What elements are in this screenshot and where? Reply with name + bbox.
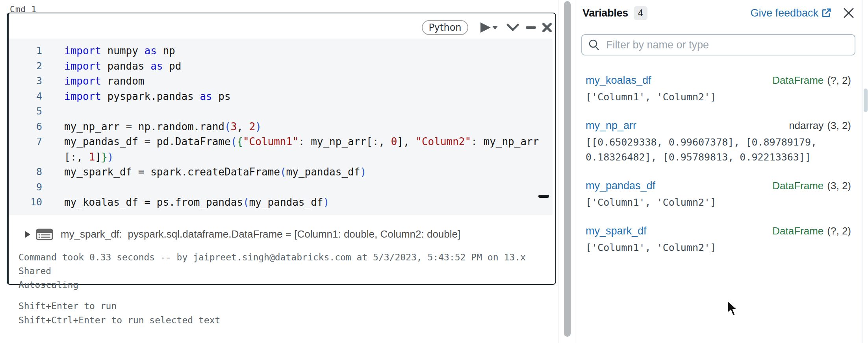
- variables-panel: Variables 4 Give feedback my_koala: [574, 0, 868, 343]
- line-number: 7: [9, 134, 42, 149]
- code-line[interactable]: 10my_koalas_df = ps.from_pandas(my_panda…: [9, 195, 553, 210]
- result-row: my_spark_df: pyspark.sql.dataframe.DataF…: [25, 228, 460, 240]
- panel-scrollbar-track[interactable]: [862, 0, 863, 343]
- line-number: 3: [9, 74, 42, 89]
- code-text: [42, 104, 64, 119]
- command-status: Command took 0.33 seconds -- by jaipreet…: [19, 251, 555, 292]
- code-text: my_pandas_df = pd.DataFrame({"Column1": …: [42, 134, 539, 149]
- line-number: 10: [9, 195, 42, 210]
- code-line[interactable]: 1import numpy as np: [9, 43, 553, 59]
- notebook-cell: Python 1import numpy as np2import pa: [7, 13, 556, 285]
- variable-type: ndarray: [789, 119, 823, 132]
- editor-scrollbar-thumb[interactable]: [538, 195, 549, 198]
- variable-name-link[interactable]: my_np_arr: [586, 119, 636, 132]
- collapse-cell-button[interactable]: [506, 24, 519, 31]
- line-number: 8: [9, 164, 42, 180]
- code-line[interactable]: 4import pyspark.pandas as ps: [9, 89, 553, 104]
- variables-panel-header: Variables 4 Give feedback: [582, 4, 855, 22]
- code-line[interactable]: 8my_spark_df = spark.createDataFrame(my_…: [9, 164, 553, 180]
- give-feedback-link[interactable]: Give feedback: [750, 7, 818, 19]
- result-text: my_spark_df: pyspark.sql.dataframe.DataF…: [61, 228, 460, 240]
- code-line[interactable]: 3import random: [9, 74, 553, 89]
- status-line: Command took 0.33 seconds -- by jaipreet…: [19, 251, 555, 278]
- line-number: 4: [9, 89, 42, 104]
- panel-title: Variables: [582, 7, 628, 19]
- code-text: [:, 1]}): [42, 149, 113, 165]
- status-line: Autoscaling: [19, 278, 555, 292]
- line-number: 2: [9, 59, 42, 74]
- code-line[interactable]: 6my_np_arr = np.random.rand(3, 2): [9, 119, 553, 135]
- variable-type: DataFrame: [772, 224, 823, 238]
- variable-type: DataFrame: [772, 74, 823, 87]
- run-cell-button[interactable]: [480, 22, 499, 33]
- variable-row: my_np_arrndarray(3, 2)[[0.65029338, 0.99…: [586, 119, 851, 165]
- variable-type: DataFrame: [772, 179, 823, 192]
- close-panel-button[interactable]: [843, 7, 855, 19]
- cell-toolbar: [480, 20, 552, 35]
- variable-row: my_pandas_dfDataFrame(3, 2)['Column1', '…: [586, 179, 851, 210]
- code-text: import random: [42, 74, 145, 89]
- line-number: 9: [9, 180, 42, 195]
- panel-scrollbar-thumb[interactable]: [864, 89, 868, 112]
- code-text: my_spark_df = spark.createDataFrame(my_p…: [42, 164, 366, 180]
- variable-value: [[0.65029338, 0.99607378], [0.89789179, …: [586, 135, 851, 165]
- variable-name-link[interactable]: my_spark_df: [586, 224, 647, 238]
- keyboard-hints: Shift+Enter to run Shift+Ctrl+Enter to r…: [19, 299, 220, 327]
- line-number: 6: [9, 119, 42, 135]
- variable-name-link[interactable]: my_koalas_df: [586, 74, 651, 87]
- variable-row: my_koalas_dfDataFrame(?, 2)['Column1', '…: [586, 74, 851, 105]
- code-text: import numpy as np: [42, 43, 175, 59]
- variable-dims: (?, 2): [827, 224, 851, 238]
- search-icon: [588, 39, 600, 51]
- external-link-icon[interactable]: [821, 8, 832, 18]
- delete-cell-button[interactable]: [542, 22, 552, 33]
- code-line[interactable]: [:, 1]}): [9, 149, 553, 165]
- variable-dims: (?, 2): [827, 74, 851, 87]
- code-editor[interactable]: 1import numpy as np2import pandas as pd3…: [9, 39, 553, 215]
- hint-line: Shift+Ctrl+Enter to run selected text: [19, 313, 220, 327]
- pane-resizer-scrollbar[interactable]: [564, 1, 571, 337]
- hint-line: Shift+Enter to run: [19, 299, 220, 313]
- variable-value: ['Column1', 'Column2']: [586, 90, 851, 105]
- variable-value: ['Column1', 'Column2']: [586, 195, 851, 210]
- variable-name-link[interactable]: my_pandas_df: [586, 179, 655, 192]
- code-text: import pandas as pd: [42, 59, 181, 74]
- code-line[interactable]: 9: [9, 180, 553, 195]
- variable-dims: (3, 2): [827, 119, 851, 132]
- code-text: my_koalas_df = ps.from_pandas(my_pandas_…: [42, 195, 329, 210]
- code-text: import pyspark.pandas as ps: [42, 89, 231, 104]
- line-number: 5: [9, 104, 42, 119]
- table-icon[interactable]: [36, 229, 53, 240]
- filter-input[interactable]: [605, 39, 855, 52]
- code-line[interactable]: 5: [9, 104, 553, 119]
- variable-value: ['Column1', 'Column2']: [586, 240, 851, 255]
- code-text: [42, 180, 64, 195]
- notebook-pane-edge: [558, 0, 559, 343]
- language-selector-button[interactable]: Python: [422, 20, 468, 35]
- minimize-cell-button[interactable]: [525, 26, 536, 29]
- code-text: my_np_arr = np.random.rand(3, 2): [42, 119, 262, 135]
- mouse-cursor: [727, 300, 742, 319]
- line-number: [9, 149, 42, 165]
- variables-list: my_koalas_dfDataFrame(?, 2)['Column1', '…: [586, 74, 851, 269]
- variable-dims: (3, 2): [827, 179, 851, 192]
- variables-count-badge: 4: [634, 6, 647, 20]
- filter-input-wrapper: [581, 34, 855, 55]
- code-line[interactable]: 2import pandas as pd: [9, 59, 553, 74]
- expand-result-icon[interactable]: [25, 231, 30, 238]
- code-line[interactable]: 7my_pandas_df = pd.DataFrame({"Column1":…: [9, 134, 553, 149]
- variable-row: my_spark_dfDataFrame(?, 2)['Column1', 'C…: [586, 224, 851, 255]
- line-number: 1: [9, 43, 42, 59]
